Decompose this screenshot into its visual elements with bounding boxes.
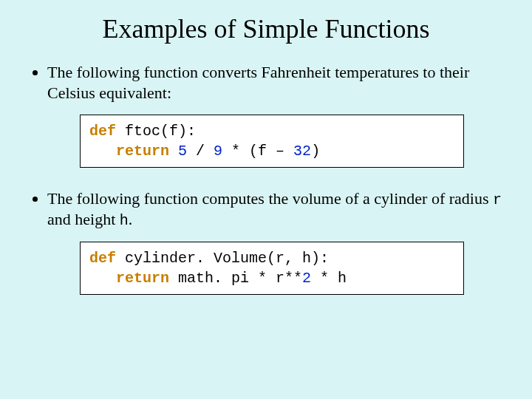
code-text bbox=[89, 143, 116, 160]
bullet-item: The following function computes the volu… bbox=[47, 188, 505, 230]
code-text bbox=[89, 270, 116, 287]
bullet-text: . bbox=[129, 210, 133, 228]
slide-title: Examples of Simple Functions bbox=[27, 13, 505, 44]
slide: Examples of Simple Functions The followi… bbox=[0, 0, 532, 399]
code-keyword: return bbox=[116, 143, 169, 160]
code-block: def ftoc(f): return 5 / 9 * (f – 32) bbox=[80, 115, 464, 168]
bullet-text: and height bbox=[47, 210, 120, 228]
code-keyword: def bbox=[89, 123, 116, 140]
code-keyword: def bbox=[89, 250, 116, 267]
code-text: ) bbox=[311, 143, 320, 160]
inline-code: r bbox=[493, 191, 502, 208]
code-text: math. pi * r** bbox=[169, 270, 302, 287]
code-text bbox=[169, 143, 178, 160]
bullet-item: The following function converts Fahrenhe… bbox=[47, 62, 505, 103]
code-number: 5 bbox=[178, 143, 187, 160]
code-number: 9 bbox=[214, 143, 222, 160]
code-number: 2 bbox=[302, 270, 311, 287]
bullet-list: The following function computes the volu… bbox=[27, 188, 505, 230]
bullet-text: The following function computes the volu… bbox=[47, 189, 493, 208]
bullet-text: The following function converts Fahrenhe… bbox=[47, 63, 469, 102]
code-text: ftoc(f): bbox=[116, 123, 196, 140]
code-block: def cylinder. Volume(r, h): return math.… bbox=[80, 242, 464, 295]
code-text: / bbox=[187, 143, 214, 160]
inline-code: h bbox=[120, 212, 129, 229]
code-number: 32 bbox=[293, 143, 311, 160]
code-text: * h bbox=[311, 270, 347, 287]
code-text: cylinder. Volume(r, h): bbox=[116, 250, 329, 267]
code-text: * (f – bbox=[222, 143, 293, 160]
bullet-list: The following function converts Fahrenhe… bbox=[27, 62, 505, 103]
code-keyword: return bbox=[116, 270, 169, 287]
